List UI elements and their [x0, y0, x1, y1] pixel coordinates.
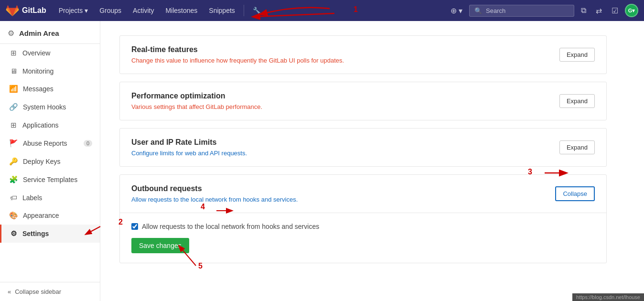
- nav-projects[interactable]: Projects ▾: [54, 4, 93, 17]
- section-performance-header: Performance optimization Various setting…: [120, 82, 606, 120]
- sidebar-label-deploy-keys: Deploy Keys: [23, 158, 61, 165]
- sidebar-title: Admin Area: [19, 29, 59, 37]
- apps-icon: ⊞: [9, 121, 18, 129]
- sidebar-item-service-templates[interactable]: 🧩 Service Templates: [0, 171, 100, 189]
- admin-gear-icon: ⚙: [8, 29, 14, 38]
- performance-expand-button[interactable]: Expand: [559, 94, 595, 108]
- section-outbound-title: Outbound requests: [131, 184, 298, 193]
- section-outbound-body: Allow requests to the local network from…: [120, 213, 606, 263]
- sidebar-label-messages: Messages: [23, 85, 54, 93]
- nav-wrench[interactable]: 🔧: [248, 4, 266, 17]
- section-performance-title-block: Performance optimization Various setting…: [131, 92, 262, 110]
- sidebar-header: ⚙ Admin Area: [0, 21, 100, 44]
- section-outbound-desc: Allow requests to the local network from…: [131, 196, 298, 203]
- sidebar-label-service-templates: Service Templates: [23, 176, 77, 183]
- appearance-icon: 🎨: [9, 211, 18, 220]
- url-bar: https://blog.csdn.net/lhouse: [572, 293, 644, 301]
- nav-links: Projects ▾ Groups Activity Milestones Sn…: [54, 4, 444, 17]
- search-icon: 🔍: [474, 7, 482, 14]
- sidebar-label-labels: Labels: [22, 194, 42, 202]
- section-real-time-desc: Change this value to influence how frequ…: [131, 57, 344, 64]
- outbound-checkbox-row: Allow requests to the local network from…: [131, 223, 595, 230]
- hook-icon: 🔗: [9, 103, 18, 111]
- section-real-time-title: Real-time features: [131, 45, 344, 54]
- gitlab-logo-icon: [6, 4, 19, 17]
- sidebar-item-deploy-keys[interactable]: 🔑 Deploy Keys: [0, 152, 100, 171]
- abuse-reports-badge: 0: [84, 140, 92, 147]
- search-placeholder: Search: [486, 7, 505, 14]
- nav-logo[interactable]: GitLab: [6, 4, 46, 17]
- section-rate-limits-title: User and IP Rate Limits: [131, 138, 247, 147]
- section-real-time-header: Real-time features Change this value to …: [120, 36, 606, 74]
- wifi-icon: 📶: [9, 85, 18, 93]
- real-time-expand-button[interactable]: Expand: [559, 48, 595, 62]
- sidebar: ⚙ Admin Area ⊞ Overview 🖥 Monitoring 📶 M…: [0, 21, 100, 301]
- section-outbound-header: Outbound requests Allow requests to the …: [120, 175, 606, 213]
- flag-icon: 🚩: [9, 139, 18, 148]
- section-real-time-title-block: Real-time features Change this value to …: [131, 45, 344, 64]
- section-performance: Performance optimization Various setting…: [119, 82, 607, 120]
- sidebar-item-applications[interactable]: ⊞ Applications: [0, 116, 100, 134]
- rate-limits-expand-button[interactable]: Expand: [559, 140, 595, 154]
- nav-plus-btn[interactable]: ⊕ ▾: [448, 4, 465, 17]
- nav-divider: [244, 5, 244, 16]
- layout: ⚙ Admin Area ⊞ Overview 🖥 Monitoring 📶 M…: [0, 21, 644, 301]
- section-rate-limits-desc: Configure limits for web and API request…: [131, 150, 247, 157]
- main-content: Real-time features Change this value to …: [100, 21, 644, 301]
- sidebar-label-settings: Settings: [22, 230, 49, 237]
- section-rate-limits: User and IP Rate Limits Configure limits…: [119, 128, 607, 167]
- sidebar-label-monitoring: Monitoring: [22, 67, 54, 75]
- search-box[interactable]: 🔍 Search: [469, 5, 574, 17]
- puzzle-icon: 🧩: [9, 175, 18, 184]
- outbound-checkbox[interactable]: [131, 223, 138, 230]
- nav-todo-btn[interactable]: ☑: [609, 4, 621, 17]
- nav-groups[interactable]: Groups: [95, 4, 126, 17]
- sidebar-label-applications: Applications: [22, 121, 59, 129]
- settings-gear-icon: ⚙: [9, 229, 18, 238]
- nav-activity[interactable]: Activity: [128, 4, 159, 17]
- section-rate-limits-title-block: User and IP Rate Limits Configure limits…: [131, 138, 247, 157]
- sidebar-label-abuse-reports: Abuse Reports: [23, 140, 67, 147]
- nav-milestones[interactable]: Milestones: [161, 4, 202, 17]
- section-real-time: Real-time features Change this value to …: [119, 35, 607, 74]
- sidebar-item-system-hooks[interactable]: 🔗 System Hooks: [0, 98, 100, 116]
- sidebar-label-system-hooks: System Hooks: [23, 103, 66, 111]
- sidebar-label-appearance: Appearance: [23, 212, 59, 219]
- avatar-btn[interactable]: G▾: [625, 4, 638, 17]
- sidebar-item-overview[interactable]: ⊞ Overview: [0, 44, 100, 62]
- outbound-collapse-button[interactable]: Collapse: [555, 186, 595, 201]
- grid-icon: ⊞: [9, 49, 18, 57]
- top-nav: GitLab Projects ▾ Groups Activity Milest…: [0, 0, 644, 21]
- url-text: https://blog.csdn.net/lhouse: [576, 294, 640, 300]
- label-icon: 🏷: [9, 194, 18, 202]
- sidebar-item-labels[interactable]: 🏷 Labels: [0, 189, 100, 206]
- section-performance-title: Performance optimization: [131, 92, 262, 100]
- nav-layout-btn[interactable]: ⧉: [578, 4, 589, 17]
- sidebar-bottom: « Collapse sidebar: [0, 282, 100, 301]
- nav-snippets[interactable]: Snippets: [204, 4, 239, 17]
- collapse-chevron-icon: «: [8, 288, 11, 295]
- sidebar-label-overview: Overview: [22, 49, 50, 57]
- monitor-icon: 🖥: [9, 67, 18, 75]
- collapse-sidebar-label: Collapse sidebar: [15, 288, 61, 295]
- sidebar-item-abuse-reports[interactable]: 🚩 Abuse Reports 0: [0, 134, 100, 152]
- section-outbound-title-block: Outbound requests Allow requests to the …: [131, 184, 298, 203]
- content-inner: Real-time features Change this value to …: [100, 21, 626, 285]
- key-icon: 🔑: [9, 157, 18, 166]
- nav-merge-btn[interactable]: ⇄: [593, 4, 605, 17]
- outbound-checkbox-label[interactable]: Allow requests to the local network from…: [142, 223, 319, 230]
- section-rate-limits-header: User and IP Rate Limits Configure limits…: [120, 129, 606, 166]
- save-changes-button[interactable]: Save changes: [131, 238, 189, 253]
- sidebar-item-appearance[interactable]: 🎨 Appearance: [0, 206, 100, 225]
- section-outbound: Outbound requests Allow requests to the …: [119, 174, 607, 263]
- nav-right: ⊕ ▾ 🔍 Search ⧉ ⇄ ☑ G▾: [448, 4, 638, 17]
- sidebar-item-monitoring[interactable]: 🖥 Monitoring: [0, 62, 100, 80]
- section-performance-desc: Various settings that affect GitLab perf…: [131, 103, 262, 110]
- sidebar-item-messages[interactable]: 📶 Messages: [0, 80, 100, 98]
- collapse-sidebar-btn[interactable]: « Collapse sidebar: [0, 282, 100, 301]
- sidebar-item-settings[interactable]: ⚙ Settings: [0, 225, 100, 243]
- nav-logo-text: GitLab: [22, 6, 46, 15]
